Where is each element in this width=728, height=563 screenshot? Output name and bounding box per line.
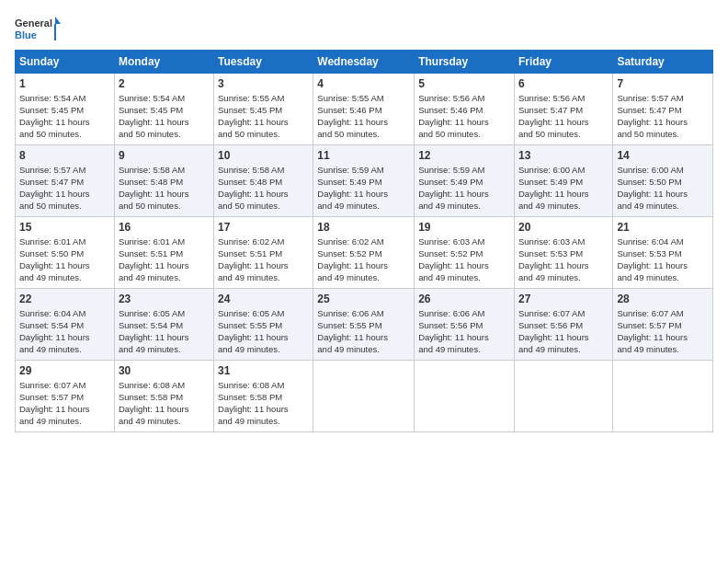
day-info-line: Sunset: 5:55 PM — [218, 320, 309, 332]
day-info-line: Daylight: 11 hours — [218, 117, 309, 129]
day-info-line: Sunrise: 6:07 AM — [19, 380, 110, 392]
day-info-line: Sunset: 5:58 PM — [119, 392, 210, 404]
day-info-line: Daylight: 11 hours — [518, 260, 609, 272]
svg-text:Blue: Blue — [15, 29, 37, 40]
calendar-day-cell: 2Sunrise: 5:54 AMSunset: 5:45 PMDaylight… — [114, 74, 213, 145]
day-info-line: Sunset: 5:52 PM — [418, 248, 510, 260]
day-number: 7 — [617, 76, 709, 91]
day-info-line: Sunset: 5:48 PM — [119, 177, 210, 189]
svg-marker-2 — [55, 17, 61, 24]
day-info-line: Sunrise: 5:57 AM — [617, 93, 709, 105]
svg-text:General: General — [15, 17, 52, 29]
calendar-day-cell: 9Sunrise: 5:58 AMSunset: 5:48 PMDaylight… — [114, 145, 213, 217]
day-info-line: Sunset: 5:53 PM — [518, 248, 609, 260]
day-info-line: Sunrise: 6:07 AM — [617, 308, 709, 320]
day-info-line: Daylight: 11 hours — [218, 260, 309, 272]
day-number: 3 — [218, 76, 309, 91]
day-info-line: Daylight: 11 hours — [19, 117, 110, 129]
day-number: 2 — [119, 76, 210, 91]
day-number: 24 — [218, 292, 309, 306]
calendar-week-row: 1Sunrise: 5:54 AMSunset: 5:45 PMDaylight… — [16, 74, 713, 145]
calendar-day-cell: 19Sunrise: 6:03 AMSunset: 5:52 PMDayligh… — [415, 217, 515, 289]
day-info-line: Sunset: 5:57 PM — [617, 320, 709, 332]
day-info-line: and 49 minutes. — [317, 344, 410, 356]
calendar-day-cell: 26Sunrise: 6:06 AMSunset: 5:56 PMDayligh… — [415, 289, 515, 361]
day-info-line: Sunrise: 6:01 AM — [119, 236, 210, 248]
day-number: 15 — [19, 220, 110, 235]
day-info-line: Sunrise: 6:03 AM — [518, 236, 609, 248]
day-number: 5 — [418, 76, 510, 91]
day-number: 28 — [617, 292, 709, 306]
day-info-line: Daylight: 11 hours — [119, 260, 210, 272]
day-info-line: Daylight: 11 hours — [518, 332, 609, 344]
day-info-line: Sunrise: 6:07 AM — [518, 308, 609, 320]
calendar-day-cell: 22Sunrise: 6:04 AMSunset: 5:54 PMDayligh… — [16, 289, 115, 361]
day-info-line: Daylight: 11 hours — [119, 332, 210, 344]
day-number: 12 — [418, 148, 510, 163]
day-number: 9 — [119, 148, 210, 163]
calendar-day-cell: 29Sunrise: 6:07 AMSunset: 5:57 PMDayligh… — [16, 361, 115, 432]
calendar-week-row: 15Sunrise: 6:01 AMSunset: 5:50 PMDayligh… — [16, 217, 713, 289]
day-info-line: Daylight: 11 hours — [19, 332, 110, 344]
day-info-line: Sunrise: 6:06 AM — [317, 308, 410, 320]
calendar-day-cell: 10Sunrise: 5:58 AMSunset: 5:48 PMDayligh… — [214, 145, 313, 217]
day-info-line: Daylight: 11 hours — [19, 189, 110, 201]
calendar-day-cell: 16Sunrise: 6:01 AMSunset: 5:51 PMDayligh… — [114, 217, 213, 289]
calendar-week-row: 29Sunrise: 6:07 AMSunset: 5:57 PMDayligh… — [16, 361, 713, 432]
day-info-line: Daylight: 11 hours — [317, 189, 410, 201]
day-info-line: and 49 minutes. — [119, 416, 210, 428]
day-info-line: Sunrise: 6:02 AM — [317, 236, 410, 248]
day-info-line: and 49 minutes. — [19, 344, 110, 356]
day-number: 14 — [617, 148, 709, 163]
weekday-header-saturday: Saturday — [613, 51, 713, 74]
day-info-line: Daylight: 11 hours — [218, 332, 309, 344]
day-info-line: Sunset: 5:49 PM — [518, 177, 609, 189]
day-info-line: Sunrise: 6:01 AM — [19, 236, 110, 248]
day-info-line: Sunset: 5:47 PM — [518, 105, 609, 117]
calendar-day-cell: 6Sunrise: 5:56 AMSunset: 5:47 PMDaylight… — [514, 74, 612, 145]
day-info-line: Sunset: 5:58 PM — [218, 392, 309, 404]
day-info-line: and 49 minutes. — [418, 272, 510, 284]
calendar-day-cell: 13Sunrise: 6:00 AMSunset: 5:49 PMDayligh… — [514, 145, 612, 217]
day-info-line: Daylight: 11 hours — [617, 189, 709, 201]
page-header: General Blue — [15, 15, 713, 42]
calendar-day-cell: 23Sunrise: 6:05 AMSunset: 5:54 PMDayligh… — [114, 289, 213, 361]
day-info-line: Sunrise: 5:56 AM — [518, 93, 609, 105]
day-info-line: Daylight: 11 hours — [119, 404, 210, 416]
day-info-line: and 50 minutes. — [218, 201, 309, 213]
day-info-line: Daylight: 11 hours — [617, 260, 709, 272]
weekday-header-thursday: Thursday — [415, 51, 515, 74]
day-info-line: Sunset: 5:51 PM — [119, 248, 210, 260]
calendar-day-cell: 21Sunrise: 6:04 AMSunset: 5:53 PMDayligh… — [613, 217, 713, 289]
day-info-line: Sunrise: 5:56 AM — [418, 93, 510, 105]
day-info-line: Sunset: 5:45 PM — [19, 105, 110, 117]
calendar-day-cell — [415, 361, 515, 432]
day-info-line: and 49 minutes. — [119, 272, 210, 284]
day-info-line: and 50 minutes. — [119, 129, 210, 141]
day-info-line: Sunset: 5:50 PM — [617, 177, 709, 189]
day-info-line: and 49 minutes. — [218, 416, 309, 428]
day-number: 31 — [218, 363, 309, 378]
day-info-line: Sunset: 5:57 PM — [19, 392, 110, 404]
day-number: 19 — [418, 220, 510, 235]
day-info-line: Sunset: 5:52 PM — [317, 248, 410, 260]
day-info-line: Sunset: 5:55 PM — [317, 320, 410, 332]
day-number: 11 — [317, 148, 410, 163]
calendar-day-cell — [514, 361, 612, 432]
day-info-line: Sunrise: 6:05 AM — [119, 308, 210, 320]
weekday-header-row: SundayMondayTuesdayWednesdayThursdayFrid… — [16, 51, 713, 74]
calendar-day-cell: 12Sunrise: 5:59 AMSunset: 5:49 PMDayligh… — [415, 145, 515, 217]
day-number: 6 — [518, 76, 609, 91]
day-info-line: Sunset: 5:45 PM — [218, 105, 309, 117]
calendar-table: SundayMondayTuesdayWednesdayThursdayFrid… — [15, 50, 713, 432]
day-info-line: and 49 minutes. — [617, 201, 709, 213]
day-info-line: Sunrise: 5:54 AM — [119, 93, 210, 105]
day-number: 16 — [119, 220, 210, 235]
day-info-line: Sunrise: 5:58 AM — [218, 165, 309, 177]
calendar-day-cell: 7Sunrise: 5:57 AMSunset: 5:47 PMDaylight… — [613, 74, 713, 145]
day-info-line: and 49 minutes. — [617, 344, 709, 356]
day-number: 1 — [19, 76, 110, 91]
calendar-week-row: 22Sunrise: 6:04 AMSunset: 5:54 PMDayligh… — [16, 289, 713, 361]
day-info-line: and 49 minutes. — [518, 344, 609, 356]
day-number: 26 — [418, 292, 510, 306]
